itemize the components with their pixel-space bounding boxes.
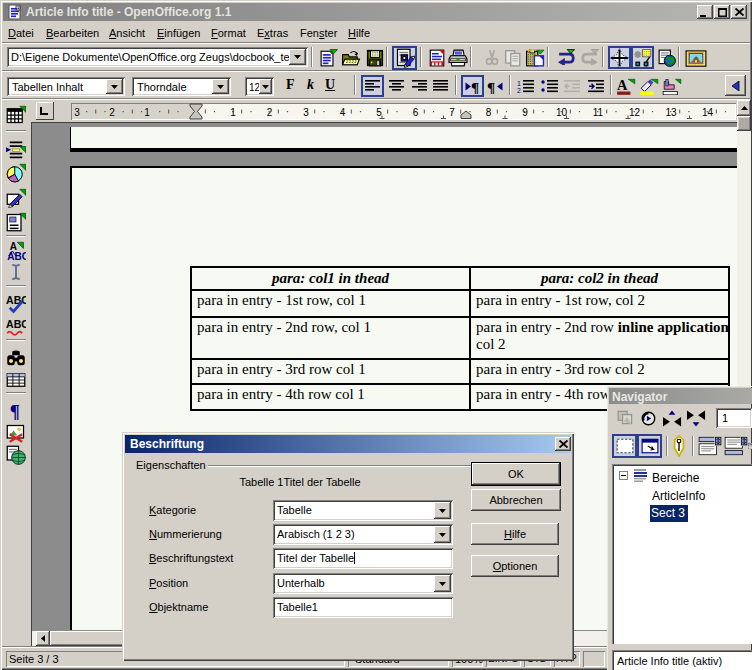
svg-text:2: 2 — [517, 87, 521, 94]
svg-text:5: 5 — [376, 107, 382, 118]
svg-text:¶: ¶ — [10, 401, 20, 421]
svg-text:2: 2 — [109, 107, 115, 118]
svg-text:1: 1 — [144, 107, 150, 118]
svg-text:ABC: ABC — [6, 318, 26, 330]
svg-text:6: 6 — [413, 107, 419, 118]
svg-text:2: 2 — [267, 107, 273, 118]
svg-text:10: 10 — [556, 107, 568, 118]
svg-text:8: 8 — [486, 107, 492, 118]
svg-text:11: 11 — [593, 107, 604, 118]
svg-text:13: 13 — [665, 107, 677, 118]
svg-text:¶: ¶ — [471, 79, 479, 94]
svg-text:3: 3 — [303, 107, 309, 118]
svg-text:3: 3 — [74, 107, 80, 118]
svg-text:ABC: ABC — [6, 294, 26, 306]
svg-text:ABC: ABC — [7, 251, 26, 261]
svg-text:1: 1 — [230, 107, 236, 118]
svg-text:9: 9 — [522, 107, 528, 118]
svg-text:4: 4 — [340, 107, 346, 118]
svg-text:1: 1 — [517, 79, 521, 86]
svg-text:7: 7 — [449, 107, 455, 118]
svg-text:14: 14 — [702, 107, 714, 118]
svg-text:A: A — [617, 78, 628, 93]
svg-text:12: 12 — [629, 107, 641, 118]
svg-text:¶: ¶ — [487, 79, 495, 94]
